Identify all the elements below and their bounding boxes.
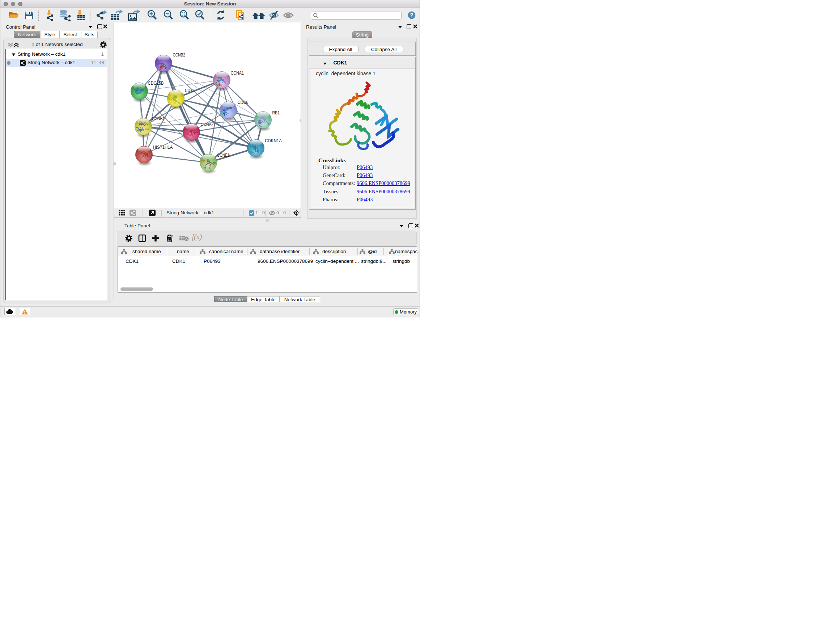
svg-text:CCNB2: CCNB2 (173, 52, 186, 57)
svg-text:RB1: RB1 (272, 110, 280, 116)
svg-text:CCNA2: CCNA2 (201, 122, 214, 127)
svg-text:CCNA1: CCNA1 (231, 70, 244, 76)
svg-text:HIST1H1A: HIST1H1A (153, 144, 173, 150)
svg-text:CDC6: CDC6 (238, 100, 248, 105)
svg-text:CDC25B: CDC25B (148, 80, 164, 86)
svg-text:CDK1: CDK1 (185, 88, 195, 93)
svg-text:CCNB1: CCNB1 (152, 116, 165, 121)
svg-text:CDKN1A: CDKN1A (265, 138, 282, 143)
svg-text:?: ? (410, 12, 414, 19)
svg-text:CCNE1: CCNE1 (217, 152, 230, 158)
